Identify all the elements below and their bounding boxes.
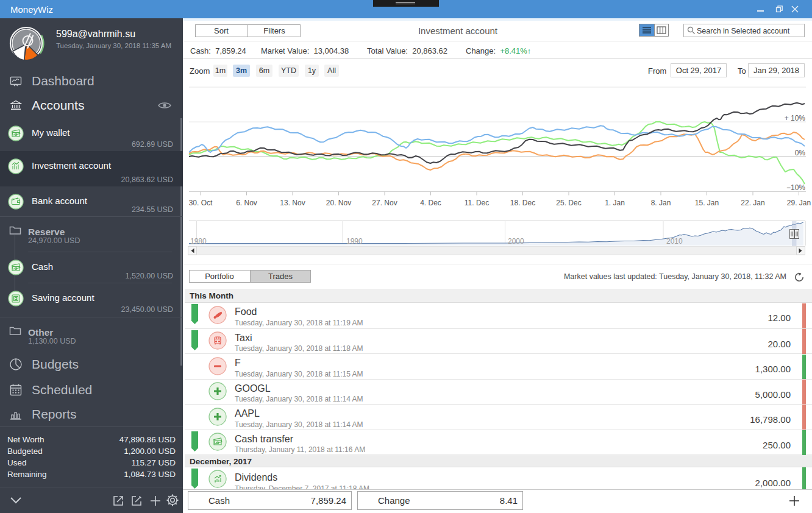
svg-text:6. Nov: 6. Nov [236, 199, 257, 207]
svg-text:−10%: −10% [786, 183, 805, 192]
svg-text:+ 10%: + 10% [785, 114, 806, 122]
svg-text:1. Jan: 1. Jan [605, 199, 625, 207]
svg-text:1990: 1990 [346, 237, 363, 246]
svg-text:27. Nov: 27. Nov [372, 199, 397, 207]
svg-text:22. Jan: 22. Jan [741, 199, 764, 207]
svg-text:4. Dec: 4. Dec [420, 199, 441, 207]
svg-text:11. Dec: 11. Dec [465, 199, 489, 207]
svg-text:2000: 2000 [508, 237, 524, 246]
svg-text:20. Nov: 20. Nov [326, 199, 351, 207]
svg-text:8. Jan: 8. Jan [651, 199, 671, 207]
svg-text:1980: 1980 [190, 237, 207, 246]
svg-text:13. Nov: 13. Nov [280, 199, 305, 207]
svg-text:30. Oct: 30. Oct [189, 199, 213, 207]
svg-text:29. Jan: 29. Jan [787, 199, 811, 207]
svg-text:0%: 0% [795, 149, 806, 157]
svg-text:15. Jan: 15. Jan [695, 199, 719, 207]
svg-text:2010: 2010 [666, 237, 683, 246]
svg-text:25. Dec: 25. Dec [556, 199, 581, 207]
svg-text:18. Dec: 18. Dec [510, 199, 535, 207]
